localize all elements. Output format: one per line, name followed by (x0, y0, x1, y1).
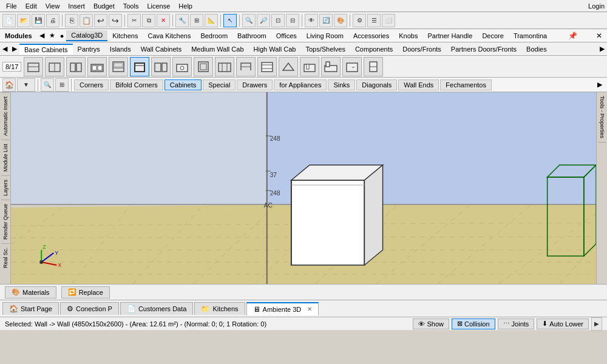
filter-grid[interactable]: ⊞ (55, 78, 69, 92)
thumb-8[interactable] (172, 57, 192, 76)
menu-file[interactable]: File (2, 1, 21, 11)
cat-medium-wall[interactable]: Medium Wall Cab (186, 44, 248, 54)
mod-offices[interactable]: Offices (271, 31, 302, 41)
catalog-nav-more[interactable]: ▶ (597, 44, 607, 54)
thumb-13[interactable] (279, 57, 298, 76)
close-ambiente-button[interactable]: ✕ (307, 306, 312, 312)
thumb-9[interactable] (194, 57, 213, 76)
statusbar-more-button[interactable]: ▶ (591, 317, 602, 331)
undo-btn[interactable]: ↩ (94, 14, 107, 27)
right-tab-tools-properties[interactable]: Tools - Properties (598, 92, 606, 143)
menu-license[interactable]: License (143, 1, 174, 11)
cat-islands[interactable]: Islands (105, 44, 136, 54)
snap-btn[interactable]: 🔧 (175, 14, 189, 27)
filter-nav-right[interactable]: ▶ (595, 79, 605, 90)
menu-insert[interactable]: Insert (64, 1, 89, 11)
thumb-7[interactable] (151, 57, 171, 76)
cat-pantrys[interactable]: Pantrys (73, 44, 105, 54)
copy-btn[interactable]: ⎘ (65, 14, 78, 27)
print-button[interactable]: 🖨 (46, 14, 59, 27)
mod-cava[interactable]: Cava Kitchens (143, 31, 195, 41)
cat-base-cabinets[interactable]: Base Cabinets (19, 44, 73, 55)
mod-bedroom[interactable]: Bedroom (195, 31, 232, 41)
thumb-2[interactable] (45, 57, 64, 76)
thumb-1[interactable] (24, 57, 43, 76)
modules-star[interactable]: ★ (47, 30, 58, 41)
zoom-in-btn[interactable]: 🔍 (242, 14, 256, 27)
filter-fechamentos[interactable]: Fechamentos (440, 79, 492, 90)
render-btn[interactable]: 🎨 (334, 14, 347, 27)
cat-high-wall[interactable]: High Wall Cab (249, 44, 301, 54)
auto-lower-button[interactable]: ⬇ Auto Lower (537, 318, 589, 329)
mod-partner-handle[interactable]: Partner Handle (422, 31, 477, 41)
filter-dropdown[interactable]: ▼ (17, 78, 35, 92)
filter-wall-ends[interactable]: Wall Ends (398, 79, 439, 90)
mod-accessories[interactable]: Accessories (348, 31, 394, 41)
mod-knobs[interactable]: Knobs (394, 31, 422, 41)
filter-corners[interactable]: Corners (74, 79, 109, 90)
cat-tops-shelves[interactable]: Tops/Shelves (300, 44, 350, 54)
modules-bullet[interactable]: ● (58, 31, 67, 41)
cat-doors-fronts[interactable]: Doors/Fronts (398, 44, 446, 54)
view3d-btn[interactable]: 👁 (305, 14, 318, 27)
redo-btn[interactable]: ↪ (109, 14, 122, 27)
show-button[interactable]: 👁 Show (413, 318, 449, 329)
tab-customers-data[interactable]: 📄 Customers Data (120, 302, 193, 315)
filter-drawers[interactable]: Drawers (237, 79, 273, 90)
thumb-15[interactable] (321, 57, 341, 76)
filter-appliances[interactable]: for Appliances (274, 79, 327, 90)
new-button[interactable]: 📄 (2, 14, 16, 27)
mod-catalog3d[interactable]: Catalog3D (66, 30, 107, 41)
menu-help[interactable]: Help (175, 1, 196, 11)
thumb-11[interactable] (236, 57, 256, 76)
measure-btn[interactable]: 📐 (205, 14, 218, 27)
rotate-btn[interactable]: 🔄 (319, 14, 333, 27)
catalog-nav-right[interactable]: ▶ (10, 44, 19, 54)
thumb-10[interactable] (215, 57, 234, 76)
cat-bodies[interactable]: Bodies (521, 44, 552, 54)
left-tab-automatic-insert[interactable]: Automatic Insert (1, 92, 10, 140)
catalog-nav-left[interactable]: ◀ (0, 44, 10, 54)
thumb-14[interactable] (300, 57, 319, 76)
tab-start-page[interactable]: 🏠 Start Page (2, 302, 59, 315)
mod-living[interactable]: Living Room (302, 31, 348, 41)
open-button[interactable]: 📂 (17, 14, 30, 27)
tab-connection-p[interactable]: ⚙ Conection P (60, 302, 119, 315)
left-tab-layers[interactable]: Layers (1, 175, 10, 200)
viewport-3d[interactable]: 248 37 248 AC (11, 92, 596, 284)
cat-wall-cabinets[interactable]: Wall Cabinets (136, 44, 186, 54)
delete-btn[interactable]: ✕ (157, 14, 170, 27)
zoom-full-btn[interactable]: ⊟ (286, 14, 299, 27)
menu-tools[interactable]: Tools (120, 1, 143, 11)
left-tab-real-sc[interactable]: Real Sc. (1, 243, 10, 272)
joints-button[interactable]: ⋯ Joints (498, 318, 535, 329)
mod-kitchens[interactable]: Kitchens (107, 31, 143, 41)
cat-partners-doors[interactable]: Partners Doors/Fronts (446, 44, 521, 54)
settings-btn[interactable]: ⚙ (353, 14, 366, 27)
thumb-4[interactable] (87, 57, 107, 76)
filter-bifold[interactable]: Bifold Corners (110, 79, 163, 90)
filter-search-icon[interactable]: 🔍 (41, 78, 54, 92)
thumb-3[interactable] (66, 57, 86, 76)
tab-kitchens[interactable]: 📁 Kitchens (194, 302, 245, 315)
left-tab-module-list[interactable]: Module List (1, 140, 10, 175)
mod-bathroom[interactable]: Bathroom (232, 31, 271, 41)
copy2-btn[interactable]: ⧉ (142, 14, 155, 27)
close-modules-button[interactable]: ✕ (594, 32, 605, 40)
select-btn[interactable]: ↖ (223, 14, 237, 27)
mod-decore[interactable]: Decore (477, 31, 508, 41)
layers-btn[interactable]: ☰ (367, 14, 381, 27)
filter-sinks[interactable]: Sinks (328, 79, 355, 90)
filter-nav-home[interactable]: 🏠 (2, 78, 16, 92)
left-tab-render-queue[interactable]: Render Queue (1, 200, 10, 243)
cat-components[interactable]: Components (350, 44, 398, 54)
menu-view[interactable]: View (42, 1, 64, 11)
collision-button[interactable]: ⊠ Collision (452, 318, 495, 329)
menu-edit[interactable]: Edit (22, 1, 41, 11)
thumb-17[interactable] (364, 57, 383, 76)
save-button[interactable]: 💾 (32, 14, 45, 27)
pin-button[interactable]: 📌 (566, 32, 580, 40)
thumb-6[interactable] (130, 57, 149, 76)
materials-button[interactable]: 🎨 Materials (5, 286, 56, 298)
thumb-12[interactable] (257, 57, 277, 76)
